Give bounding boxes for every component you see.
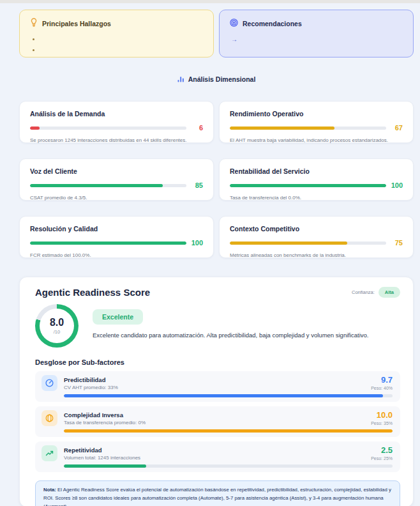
dimension-title: Voz del Cliente	[30, 167, 203, 175]
subfactor-name: Predictibilidad	[64, 376, 118, 383]
subfactor-track	[64, 429, 393, 433]
dimension-title: Resolución y Calidad	[30, 225, 203, 233]
dimension-title: Rentabilidad del Servicio	[230, 167, 403, 175]
subfactor-name: Complejidad Inversa	[64, 411, 146, 418]
subfactor-score: 2.5	[371, 446, 393, 454]
confidence-label: Confianza:	[352, 289, 375, 295]
dimension-title: Análisis de la Demanda	[30, 110, 203, 118]
progress-fill	[230, 184, 386, 187]
dimension-description: CSAT promedio de 4.3/5.	[30, 195, 203, 201]
progress-fill	[230, 241, 347, 245]
progress-fill	[230, 126, 334, 130]
dimension-card: Rendimiento Operativo 67 El AHT muestra …	[219, 101, 414, 143]
findings-card: Principales Hallazgos	[19, 10, 214, 57]
dimension-title: Contexto Competitivo	[230, 225, 403, 233]
confidence-badge: Alta	[379, 287, 400, 298]
subfactor-detail: CV AHT promedio: 33%	[64, 385, 118, 390]
subfactor-detail: Tasa de transferencia promedio: 0%	[64, 420, 146, 425]
dimension-description: Tasa de transferencia del 0.0%.	[230, 195, 403, 201]
dimension-score: 75	[391, 239, 403, 247]
gauge-score: 8.0	[50, 318, 64, 328]
progress-fill	[30, 241, 186, 245]
progress-track	[30, 126, 186, 130]
score-gauge: 8.0 /10	[35, 304, 79, 348]
circles-icon	[41, 410, 57, 426]
subfactor-score: 9.7	[371, 376, 393, 384]
dimension-card: Rentabilidad del Servicio 100 Tasa de tr…	[219, 158, 414, 201]
subfactor-weight: Peso: 40%	[371, 386, 393, 390]
report-page: Principales Hallazgos	[0, 0, 420, 506]
dimension-title: Rendimiento Operativo	[230, 110, 403, 118]
progress-track	[30, 184, 186, 187]
dimension-description: FCR estimado del 100.0%.	[30, 252, 203, 258]
dimension-card: Resolución y Calidad 100 FCR estimado de…	[19, 216, 214, 258]
dimension-description: El AHT muestra baja variabilidad, indica…	[230, 137, 403, 143]
bullet-dot	[33, 49, 34, 51]
progress-fill	[30, 126, 40, 130]
dimension-description: Se procesaron 1245 interacciones distrib…	[30, 137, 203, 143]
subfactor-fill	[64, 429, 393, 433]
rating-badge: Excelente	[93, 309, 143, 325]
subfactor-weight: Peso: 25%	[371, 456, 393, 461]
subfactor-track	[64, 394, 393, 397]
confidence: Confianza: Alta	[352, 287, 400, 298]
dimension-grid: Análisis de la Demanda 6 Se procesaron 1…	[19, 101, 414, 258]
dimension-card: Contexto Competitivo 75 Métricas alinead…	[219, 216, 414, 258]
progress-track	[230, 241, 386, 245]
progress-track	[230, 184, 386, 187]
subfactor-fill	[64, 464, 146, 468]
breakdown-title: Desglose por Sub-factores	[35, 358, 400, 366]
progress-track	[30, 241, 186, 245]
dimension-score: 100	[391, 181, 403, 189]
subfactor-detail: Volumen total: 1245 interacciones	[64, 455, 140, 461]
subfactor-row: Predictibilidad CV AHT promedio: 33% 9.7…	[35, 371, 400, 402]
progress-track	[230, 126, 386, 130]
summary-row: Principales Hallazgos	[19, 10, 414, 57]
recommendations-card: Recomendaciones →	[219, 10, 414, 57]
bullet-dot	[33, 38, 34, 40]
bar-chart-icon	[177, 73, 184, 85]
subfactor-weight: Peso: 35%	[371, 421, 393, 425]
readiness-card: Agentic Readiness Score Confianza: Alta …	[19, 277, 414, 506]
dimension-card: Voz del Cliente 85 CSAT promedio de 4.3/…	[19, 158, 214, 201]
target-icon	[230, 18, 238, 29]
note-text: El Agentic Readiness Score evalúa el pot…	[43, 487, 391, 506]
dimension-score: 6	[191, 124, 203, 132]
gauge-max: /10	[54, 329, 60, 335]
dimension-card: Análisis de la Demanda 6 Se procesaron 1…	[19, 101, 214, 143]
dimension-score: 100	[191, 239, 203, 247]
section-analisis-header: Análisis Dimensional	[19, 73, 414, 85]
subfactor-row: Complejidad Inversa Tasa de transferenci…	[35, 406, 400, 437]
trend-up-icon	[41, 445, 57, 461]
section-title: Análisis Dimensional	[188, 75, 256, 83]
recommendations-title: Recomendaciones	[243, 20, 302, 27]
note-box: Nota: El Agentic Readiness Score evalúa …	[35, 480, 400, 506]
subfactor-score: 10.0	[371, 411, 393, 419]
lightbulb-icon	[30, 18, 38, 29]
finding-item	[33, 49, 203, 51]
findings-title: Principales Hallazgos	[42, 20, 111, 27]
subfactor-name: Repetitividad	[64, 447, 140, 454]
dimension-score: 67	[391, 124, 403, 132]
subfactor-row: Repetitividad Volumen total: 1245 intera…	[35, 441, 400, 472]
dimension-score: 85	[191, 181, 203, 189]
progress-fill	[30, 184, 163, 187]
subfactor-fill	[64, 394, 383, 397]
subfactor-track	[64, 464, 393, 468]
gauge-icon	[41, 375, 57, 391]
note-label: Nota:	[43, 487, 56, 493]
dimension-description: Métricas alineadas con benchmarks de la …	[230, 252, 403, 258]
readiness-summary: Excelente candidato para automatización.…	[93, 332, 369, 339]
finding-item	[33, 38, 203, 40]
readiness-title: Agentic Readiness Score	[35, 287, 150, 298]
recommendation-arrow: →	[231, 36, 403, 43]
